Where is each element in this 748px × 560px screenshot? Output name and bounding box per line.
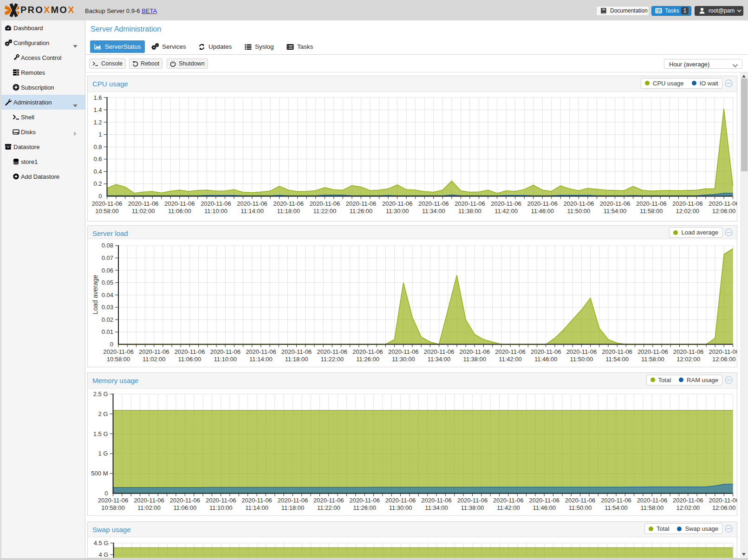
- svg-text:12:02:00: 12:02:00: [676, 504, 700, 511]
- svg-text:2020-11-06: 2020-11-06: [565, 497, 596, 504]
- svg-text:11:50:00: 11:50:00: [570, 355, 593, 362]
- svg-text:2020-11-06: 2020-11-06: [709, 200, 737, 207]
- svg-text:12:02:00: 12:02:00: [676, 207, 699, 214]
- svg-text:2020-11-06: 2020-11-06: [602, 348, 632, 355]
- svg-text:0.06: 0.06: [102, 267, 113, 273]
- svg-text:11:02:00: 11:02:00: [143, 355, 166, 362]
- svg-text:11:10:00: 11:10:00: [214, 355, 237, 362]
- svg-text:0: 0: [98, 193, 102, 200]
- svg-text:11:58:00: 11:58:00: [641, 504, 664, 511]
- svg-text:11:42:00: 11:42:00: [497, 504, 520, 511]
- svg-text:2020-11-06: 2020-11-06: [566, 348, 597, 355]
- svg-text:11:50:00: 11:50:00: [569, 504, 592, 511]
- svg-text:12:02:00: 12:02:00: [676, 355, 700, 362]
- svg-text:2020-11-06: 2020-11-06: [201, 200, 231, 207]
- svg-text:11:30:00: 11:30:00: [389, 504, 412, 511]
- svg-text:2020-11-06: 2020-11-06: [637, 348, 668, 355]
- svg-text:2020-11-06: 2020-11-06: [313, 497, 344, 504]
- svg-text:0.01: 0.01: [102, 328, 113, 335]
- svg-text:2020-11-06: 2020-11-06: [349, 497, 380, 504]
- svg-text:2020-11-06: 2020-11-06: [346, 200, 377, 207]
- svg-text:0.04: 0.04: [102, 291, 113, 298]
- svg-text:0.02: 0.02: [102, 316, 113, 323]
- svg-text:2020-11-06: 2020-11-06: [672, 200, 703, 207]
- svg-text:2020-11-06: 2020-11-06: [170, 497, 201, 504]
- svg-text:11:14:00: 11:14:00: [249, 355, 273, 362]
- svg-text:2020-11-06: 2020-11-06: [493, 497, 524, 504]
- svg-text:2020-11-06: 2020-11-06: [92, 200, 123, 207]
- svg-text:11:38:00: 11:38:00: [463, 355, 486, 362]
- svg-text:2020-11-06: 2020-11-06: [382, 200, 413, 207]
- svg-text:11:14:00: 11:14:00: [241, 207, 264, 214]
- svg-text:2020-11-06: 2020-11-06: [317, 348, 348, 355]
- svg-text:2020-11-06: 2020-11-06: [527, 200, 558, 207]
- svg-text:1.5 G: 1.5 G: [93, 430, 108, 437]
- svg-text:11:34:00: 11:34:00: [428, 355, 451, 362]
- svg-text:1 G: 1 G: [98, 450, 108, 457]
- svg-text:1: 1: [98, 131, 102, 138]
- svg-text:2020-11-06: 2020-11-06: [210, 348, 241, 355]
- svg-text:2020-11-06: 2020-11-06: [564, 200, 594, 207]
- svg-text:11:22:00: 11:22:00: [317, 504, 340, 511]
- svg-text:2020-11-06: 2020-11-06: [103, 348, 134, 355]
- svg-text:2020-11-06: 2020-11-06: [709, 348, 737, 355]
- svg-text:0.08: 0.08: [102, 242, 113, 249]
- svg-text:2020-11-06: 2020-11-06: [164, 200, 195, 207]
- svg-text:11:02:00: 11:02:00: [132, 207, 155, 214]
- svg-text:2020-11-06: 2020-11-06: [531, 348, 561, 355]
- svg-text:11:42:00: 11:42:00: [499, 355, 522, 362]
- svg-text:0.07: 0.07: [102, 254, 113, 261]
- svg-text:11:26:00: 11:26:00: [353, 504, 376, 511]
- svg-text:1.2: 1.2: [93, 118, 102, 125]
- svg-text:0: 0: [110, 341, 113, 348]
- svg-text:2020-11-06: 2020-11-06: [241, 497, 272, 504]
- svg-text:11:26:00: 11:26:00: [356, 355, 379, 362]
- svg-text:11:54:00: 11:54:00: [605, 504, 628, 511]
- svg-text:2020-11-06: 2020-11-06: [673, 497, 703, 504]
- svg-text:11:54:00: 11:54:00: [604, 207, 627, 214]
- svg-text:1.4: 1.4: [93, 106, 102, 113]
- svg-text:2020-11-06: 2020-11-06: [385, 497, 416, 504]
- svg-text:2020-11-06: 2020-11-06: [128, 200, 159, 207]
- svg-text:2020-11-06: 2020-11-06: [424, 348, 455, 355]
- svg-text:12:06:00: 12:06:00: [712, 355, 736, 362]
- svg-text:2020-11-06: 2020-11-06: [637, 497, 668, 504]
- svg-text:2020-11-06: 2020-11-06: [673, 348, 704, 355]
- svg-text:2020-11-06: 2020-11-06: [139, 348, 169, 355]
- svg-text:11:54:00: 11:54:00: [605, 355, 629, 362]
- svg-text:11:30:00: 11:30:00: [392, 355, 415, 362]
- svg-text:11:06:00: 11:06:00: [178, 355, 202, 362]
- svg-text:2020-11-06: 2020-11-06: [601, 497, 631, 504]
- svg-text:0.6: 0.6: [93, 156, 102, 163]
- svg-text:4 G: 4 G: [99, 551, 109, 558]
- svg-text:2 G: 2 G: [98, 410, 108, 417]
- svg-text:2.5 G: 2.5 G: [93, 391, 108, 397]
- svg-text:12:06:00: 12:06:00: [712, 207, 736, 214]
- svg-text:11:14:00: 11:14:00: [245, 504, 268, 511]
- svg-text:2020-11-06: 2020-11-06: [352, 348, 383, 355]
- svg-text:2020-11-06: 2020-11-06: [529, 497, 559, 504]
- svg-text:0.2: 0.2: [93, 180, 102, 187]
- svg-text:11:38:00: 11:38:00: [461, 504, 484, 511]
- svg-text:2020-11-06: 2020-11-06: [246, 348, 276, 355]
- svg-text:11:22:00: 11:22:00: [320, 355, 344, 362]
- svg-text:2020-11-06: 2020-11-06: [310, 200, 340, 207]
- svg-text:11:58:00: 11:58:00: [641, 355, 664, 362]
- svg-text:2020-11-06: 2020-11-06: [175, 348, 205, 355]
- svg-text:2020-11-06: 2020-11-06: [636, 200, 667, 207]
- svg-text:2020-11-06: 2020-11-06: [421, 497, 452, 504]
- svg-text:11:46:00: 11:46:00: [531, 207, 554, 214]
- svg-text:0.03: 0.03: [102, 304, 113, 311]
- svg-text:2020-11-06: 2020-11-06: [418, 200, 449, 207]
- svg-text:10:58:00: 10:58:00: [101, 504, 125, 511]
- svg-text:0.4: 0.4: [93, 168, 102, 175]
- svg-text:2020-11-06: 2020-11-06: [491, 200, 521, 207]
- svg-text:2020-11-06: 2020-11-06: [459, 348, 490, 355]
- svg-text:2020-11-06: 2020-11-06: [455, 200, 485, 207]
- svg-text:11:18:00: 11:18:00: [281, 504, 305, 511]
- svg-text:11:46:00: 11:46:00: [533, 504, 556, 511]
- svg-text:2020-11-06: 2020-11-06: [98, 497, 129, 504]
- svg-text:2020-11-06: 2020-11-06: [388, 348, 419, 355]
- svg-text:2020-11-06: 2020-11-06: [457, 497, 488, 504]
- svg-text:2020-11-06: 2020-11-06: [206, 497, 236, 504]
